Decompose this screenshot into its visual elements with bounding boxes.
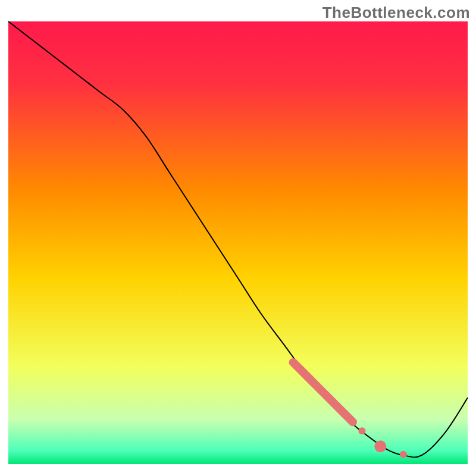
marker-dot-c bbox=[400, 451, 407, 458]
marker-dot-b bbox=[374, 440, 386, 452]
chart-container: TheBottleneck.com bbox=[0, 0, 476, 476]
plot-background bbox=[8, 21, 468, 464]
marker-dot-a bbox=[358, 427, 365, 434]
watermark-text: TheBottleneck.com bbox=[322, 4, 470, 22]
chart-svg bbox=[0, 0, 476, 476]
